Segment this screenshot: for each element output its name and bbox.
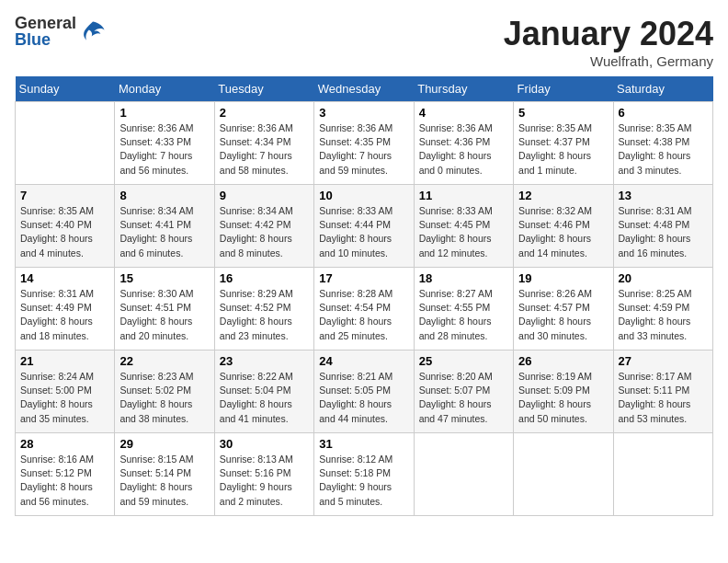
day-number: 20 xyxy=(619,271,708,285)
day-number: 28 xyxy=(20,437,109,451)
logo-bird-icon xyxy=(80,18,106,44)
header-monday: Monday xyxy=(115,76,214,102)
day-info: Sunrise: 8:20 AMSunset: 5:07 PMDaylight:… xyxy=(419,370,508,426)
day-info: Sunrise: 8:19 AMSunset: 5:09 PMDaylight:… xyxy=(518,370,608,426)
calendar-cell: 4Sunrise: 8:36 AMSunset: 4:36 PMDaylight… xyxy=(414,102,513,185)
calendar-cell xyxy=(414,433,513,516)
day-number: 2 xyxy=(220,106,309,120)
day-info: Sunrise: 8:22 AMSunset: 5:04 PMDaylight:… xyxy=(220,370,309,426)
day-info: Sunrise: 8:31 AMSunset: 4:49 PMDaylight:… xyxy=(20,287,109,343)
day-number: 9 xyxy=(220,189,309,202)
day-info: Sunrise: 8:33 AMSunset: 4:44 PMDaylight:… xyxy=(319,204,408,260)
day-info: Sunrise: 8:21 AMSunset: 5:05 PMDaylight:… xyxy=(319,370,408,426)
calendar-cell: 25Sunrise: 8:20 AMSunset: 5:07 PMDayligh… xyxy=(414,350,513,433)
day-number: 21 xyxy=(20,354,109,368)
week-row-4: 21Sunrise: 8:24 AMSunset: 5:00 PMDayligh… xyxy=(16,350,713,433)
day-info: Sunrise: 8:31 AMSunset: 4:48 PMDaylight:… xyxy=(619,204,708,260)
day-info: Sunrise: 8:34 AMSunset: 4:41 PMDaylight:… xyxy=(119,204,209,260)
day-info: Sunrise: 8:26 AMSunset: 4:57 PMDaylight:… xyxy=(518,287,608,343)
day-number: 24 xyxy=(319,354,408,368)
calendar-cell: 23Sunrise: 8:22 AMSunset: 5:04 PMDayligh… xyxy=(214,350,313,433)
day-info: Sunrise: 8:24 AMSunset: 5:00 PMDaylight:… xyxy=(20,370,109,426)
logo-blue-text: Blue xyxy=(15,31,76,48)
location: Wuelfrath, Germany xyxy=(504,53,713,69)
day-number: 25 xyxy=(419,354,508,368)
day-number: 8 xyxy=(119,189,209,202)
calendar-cell: 18Sunrise: 8:27 AMSunset: 4:55 PMDayligh… xyxy=(414,268,513,350)
weekday-header-row: SundayMondayTuesdayWednesdayThursdayFrid… xyxy=(16,76,713,102)
calendar-cell: 13Sunrise: 8:31 AMSunset: 4:48 PMDayligh… xyxy=(613,185,712,268)
day-info: Sunrise: 8:30 AMSunset: 4:51 PMDaylight:… xyxy=(119,287,209,343)
day-info: Sunrise: 8:13 AMSunset: 5:16 PMDaylight:… xyxy=(220,453,309,509)
day-number: 14 xyxy=(20,271,109,285)
calendar-table: SundayMondayTuesdayWednesdayThursdayFrid… xyxy=(15,76,713,516)
calendar-cell: 14Sunrise: 8:31 AMSunset: 4:49 PMDayligh… xyxy=(16,268,115,350)
calendar-cell: 11Sunrise: 8:33 AMSunset: 4:45 PMDayligh… xyxy=(414,185,513,268)
header-thursday: Thursday xyxy=(414,76,513,102)
day-number: 30 xyxy=(220,437,309,451)
day-number: 10 xyxy=(319,189,408,202)
header-sunday: Sunday xyxy=(16,76,115,102)
calendar-cell: 6Sunrise: 8:35 AMSunset: 4:38 PMDaylight… xyxy=(613,102,712,185)
week-row-3: 14Sunrise: 8:31 AMSunset: 4:49 PMDayligh… xyxy=(16,268,713,350)
day-number: 15 xyxy=(119,271,209,285)
calendar-cell: 15Sunrise: 8:30 AMSunset: 4:51 PMDayligh… xyxy=(115,268,214,350)
calendar-cell: 3Sunrise: 8:36 AMSunset: 4:35 PMDaylight… xyxy=(314,102,414,185)
logo: General Blue xyxy=(15,15,106,48)
day-number: 4 xyxy=(419,106,508,120)
day-number: 18 xyxy=(419,271,508,285)
calendar-cell: 20Sunrise: 8:25 AMSunset: 4:59 PMDayligh… xyxy=(613,268,712,350)
calendar-cell: 29Sunrise: 8:15 AMSunset: 5:14 PMDayligh… xyxy=(115,433,214,516)
calendar-cell: 28Sunrise: 8:16 AMSunset: 5:12 PMDayligh… xyxy=(16,433,115,516)
day-number: 27 xyxy=(619,354,708,368)
day-number: 29 xyxy=(119,437,209,451)
day-number: 31 xyxy=(319,437,408,451)
header-wednesday: Wednesday xyxy=(314,76,414,102)
day-number: 5 xyxy=(518,106,608,120)
day-info: Sunrise: 8:15 AMSunset: 5:14 PMDaylight:… xyxy=(119,453,209,509)
day-info: Sunrise: 8:25 AMSunset: 4:59 PMDaylight:… xyxy=(619,287,708,343)
calendar-cell: 22Sunrise: 8:23 AMSunset: 5:02 PMDayligh… xyxy=(115,350,214,433)
day-number: 6 xyxy=(619,106,708,120)
calendar-cell: 7Sunrise: 8:35 AMSunset: 4:40 PMDaylight… xyxy=(16,185,115,268)
day-info: Sunrise: 8:34 AMSunset: 4:42 PMDaylight:… xyxy=(220,204,309,260)
day-number: 12 xyxy=(518,189,608,202)
day-number: 19 xyxy=(518,271,608,285)
day-number: 22 xyxy=(119,354,209,368)
calendar-cell: 19Sunrise: 8:26 AMSunset: 4:57 PMDayligh… xyxy=(514,268,613,350)
day-info: Sunrise: 8:35 AMSunset: 4:37 PMDaylight:… xyxy=(518,121,608,178)
calendar-cell: 16Sunrise: 8:29 AMSunset: 4:52 PMDayligh… xyxy=(214,268,313,350)
day-info: Sunrise: 8:29 AMSunset: 4:52 PMDaylight:… xyxy=(220,287,309,343)
day-number: 1 xyxy=(119,106,209,120)
day-info: Sunrise: 8:36 AMSunset: 4:35 PMDaylight:… xyxy=(319,121,408,178)
header-friday: Friday xyxy=(514,76,613,102)
day-info: Sunrise: 8:16 AMSunset: 5:12 PMDaylight:… xyxy=(20,453,109,509)
calendar-cell: 5Sunrise: 8:35 AMSunset: 4:37 PMDaylight… xyxy=(514,102,613,185)
calendar-cell: 2Sunrise: 8:36 AMSunset: 4:34 PMDaylight… xyxy=(214,102,313,185)
day-number: 13 xyxy=(619,189,708,202)
calendar-cell: 8Sunrise: 8:34 AMSunset: 4:41 PMDaylight… xyxy=(115,185,214,268)
day-info: Sunrise: 8:36 AMSunset: 4:33 PMDaylight:… xyxy=(119,121,209,178)
day-number: 3 xyxy=(319,106,408,120)
calendar-cell xyxy=(613,433,712,516)
month-title: January 2024 xyxy=(504,15,713,53)
calendar-cell: 27Sunrise: 8:17 AMSunset: 5:11 PMDayligh… xyxy=(613,350,712,433)
day-number: 26 xyxy=(518,354,608,368)
header-saturday: Saturday xyxy=(613,76,712,102)
calendar-cell: 10Sunrise: 8:33 AMSunset: 4:44 PMDayligh… xyxy=(314,185,414,268)
day-info: Sunrise: 8:12 AMSunset: 5:18 PMDaylight:… xyxy=(319,453,408,509)
calendar-cell: 1Sunrise: 8:36 AMSunset: 4:33 PMDaylight… xyxy=(115,102,214,185)
header-tuesday: Tuesday xyxy=(214,76,313,102)
calendar-cell xyxy=(16,102,115,185)
calendar-cell: 26Sunrise: 8:19 AMSunset: 5:09 PMDayligh… xyxy=(514,350,613,433)
title-block: January 2024 Wuelfrath, Germany xyxy=(504,15,713,69)
day-number: 17 xyxy=(319,271,408,285)
week-row-5: 28Sunrise: 8:16 AMSunset: 5:12 PMDayligh… xyxy=(16,433,713,516)
calendar-cell: 30Sunrise: 8:13 AMSunset: 5:16 PMDayligh… xyxy=(214,433,313,516)
calendar-cell: 24Sunrise: 8:21 AMSunset: 5:05 PMDayligh… xyxy=(314,350,414,433)
calendar-cell: 12Sunrise: 8:32 AMSunset: 4:46 PMDayligh… xyxy=(514,185,613,268)
page-header: General Blue January 2024 Wuelfrath, Ger… xyxy=(15,15,713,69)
logo-general-text: General xyxy=(15,15,76,31)
calendar-cell: 17Sunrise: 8:28 AMSunset: 4:54 PMDayligh… xyxy=(314,268,414,350)
day-info: Sunrise: 8:23 AMSunset: 5:02 PMDaylight:… xyxy=(119,370,209,426)
